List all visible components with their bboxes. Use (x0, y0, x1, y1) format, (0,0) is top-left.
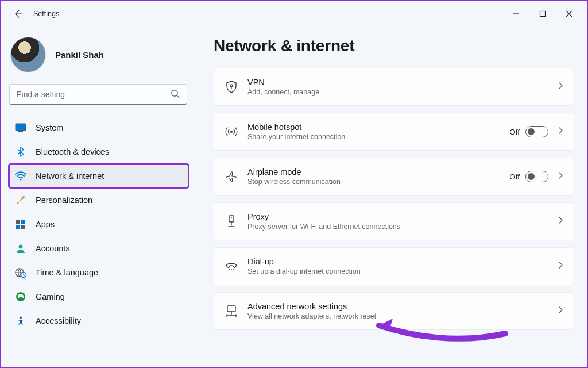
sidebar-item-bluetooth[interactable]: Bluetooth & devices (9, 140, 188, 163)
svg-point-10 (19, 245, 23, 249)
toggle-state: Off (509, 172, 520, 181)
svg-point-14 (20, 317, 22, 319)
user-name: Pankil Shah (55, 50, 104, 60)
sidebar: Pankil Shah System Bluetooth & devices N… (1, 26, 192, 367)
sidebar-item-label: Apps (36, 220, 55, 229)
svg-rect-2 (16, 124, 26, 131)
card-hotspot[interactable]: Mobile hotspot Share your internet conne… (214, 113, 574, 151)
sidebar-item-accounts[interactable]: Accounts (9, 237, 188, 260)
card-subtitle: Proxy server for Wi-Fi and Ethernet conn… (247, 223, 556, 231)
computer-network-icon (222, 305, 241, 317)
bluetooth-icon (15, 146, 26, 158)
sidebar-item-label: Gaming (36, 292, 65, 301)
svg-rect-0 (540, 12, 546, 17)
airplane-toggle[interactable] (525, 171, 548, 182)
card-title: Proxy (247, 212, 556, 221)
card-subtitle: Share your internet connection (247, 133, 509, 141)
search-input[interactable] (9, 84, 187, 105)
card-title: Advanced network settings (247, 302, 556, 311)
card-title: Mobile hotspot (247, 122, 509, 132)
svg-point-15 (230, 85, 233, 87)
card-proxy[interactable]: Proxy Proxy server for Wi-Fi and Etherne… (214, 202, 574, 240)
card-title: VPN (247, 78, 556, 87)
svg-rect-8 (16, 225, 20, 229)
sidebar-item-label: Accounts (36, 244, 70, 253)
accessibility-icon (15, 315, 26, 327)
toggle-state: Off (509, 128, 520, 136)
svg-rect-6 (16, 220, 20, 224)
card-subtitle: Set up a dial-up internet connection (247, 267, 556, 275)
shield-icon (222, 80, 241, 93)
sidebar-item-label: Personalization (36, 195, 92, 205)
wifi-icon (15, 170, 26, 182)
svg-rect-17 (229, 216, 234, 222)
title-bar: Settings (1, 1, 587, 26)
chevron-right-icon (556, 82, 564, 92)
card-title: Dial-up (247, 257, 556, 266)
sidebar-item-network[interactable]: Network & internet (9, 164, 188, 187)
sidebar-item-apps[interactable]: Apps (9, 213, 188, 236)
phone-icon (222, 261, 241, 271)
chevron-right-icon (556, 216, 564, 227)
sidebar-item-label: System (36, 123, 63, 132)
back-button[interactable] (9, 5, 26, 22)
chevron-right-icon (556, 126, 564, 137)
card-subtitle: Add, connect, manage (247, 88, 556, 96)
sidebar-item-label: Network & internet (36, 171, 104, 181)
svg-point-21 (233, 269, 234, 270)
avatar (10, 37, 46, 72)
card-dialup[interactable]: Dial-up Set up a dial-up internet connec… (214, 247, 574, 285)
card-advanced-network[interactable]: Advanced network settings View all netwo… (214, 292, 574, 330)
sidebar-item-label: Bluetooth & devices (36, 147, 109, 156)
globe-clock-icon (15, 267, 26, 278)
card-airplane[interactable]: Airplane mode Stop wireless communicatio… (214, 158, 574, 195)
gaming-icon (15, 291, 26, 302)
svg-point-18 (231, 217, 232, 218)
main-content: Network & internet VPN Add, connect, man… (192, 26, 587, 367)
sidebar-item-personalization[interactable]: Personalization (9, 189, 188, 212)
airplane-icon (222, 171, 241, 182)
sidebar-item-label: Time & language (36, 268, 98, 277)
card-title: Airplane mode (247, 167, 509, 177)
profile[interactable]: Pankil Shah (9, 34, 188, 83)
window-title: Settings (33, 10, 59, 18)
svg-point-5 (20, 178, 21, 180)
maximize-button[interactable] (529, 5, 556, 23)
svg-point-16 (230, 131, 233, 133)
svg-rect-9 (21, 225, 25, 229)
card-subtitle: Stop wireless communication (247, 178, 509, 186)
settings-list: VPN Add, connect, manage Mobile hotspot … (214, 68, 574, 330)
proxy-icon (222, 215, 241, 228)
apps-icon (15, 218, 26, 230)
chevron-right-icon (556, 261, 564, 271)
search-icon (170, 89, 180, 101)
sidebar-item-time-language[interactable]: Time & language (9, 261, 188, 284)
page-title: Network & internet (214, 37, 574, 55)
sidebar-item-label: Accessibility (36, 316, 81, 325)
person-icon (15, 243, 26, 254)
sidebar-item-system[interactable]: System (9, 116, 188, 139)
chevron-right-icon (556, 306, 564, 316)
card-subtitle: View all network adapters, network reset (247, 312, 556, 320)
hotspot-toggle[interactable] (525, 126, 548, 137)
sidebar-item-accessibility[interactable]: Accessibility (9, 309, 188, 332)
svg-point-20 (231, 269, 232, 270)
svg-rect-22 (227, 306, 235, 312)
search-box[interactable] (9, 84, 187, 105)
sidebar-nav: System Bluetooth & devices Network & int… (9, 113, 188, 332)
minimize-button[interactable] (503, 5, 529, 23)
svg-rect-4 (18, 131, 23, 132)
sidebar-item-gaming[interactable]: Gaming (9, 285, 188, 308)
svg-point-19 (229, 269, 230, 270)
close-button[interactable] (556, 5, 582, 23)
paintbrush-icon (15, 194, 26, 206)
card-vpn[interactable]: VPN Add, connect, manage (214, 68, 574, 106)
hotspot-icon (222, 126, 241, 137)
display-icon (15, 122, 26, 133)
chevron-right-icon (556, 171, 564, 182)
svg-rect-7 (21, 220, 25, 224)
